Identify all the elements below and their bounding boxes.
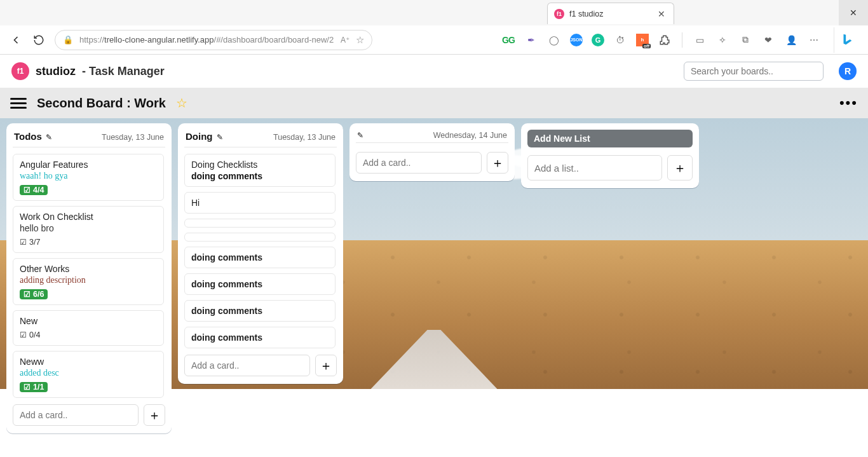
extension-grammarly-icon[interactable]: G — [592, 34, 604, 46]
card[interactable]: Neww added desc ☑1/1 — [13, 351, 164, 398]
add-card-button[interactable]: ＋ — [315, 355, 337, 376]
card[interactable]: doing comments — [184, 247, 336, 268]
add-list-input[interactable] — [527, 155, 662, 181]
card[interactable]: Work On Checklist hello bro ☑3/7 — [13, 206, 164, 253]
list-untitled: ✎ Wednesday, 14 June ＋ — [349, 123, 515, 181]
extensions-menu-icon[interactable] — [658, 33, 672, 47]
search-input[interactable] — [684, 62, 824, 81]
add-card-button[interactable]: ＋ — [487, 152, 508, 174]
favorite-star-icon[interactable]: ☆ — [356, 34, 364, 46]
extension-geeksforgeeks-icon[interactable]: GG — [501, 33, 515, 47]
url-text: https://trello-clone-angular.netlify.app… — [79, 35, 334, 44]
list-title: Doing — [186, 131, 213, 142]
back-button[interactable] — [9, 33, 23, 47]
checklist-badge: ☑4/4 — [20, 185, 48, 195]
list-date: Wednesday, 14 June — [433, 131, 507, 140]
list-todos: Todos ✎ Tuesday, 13 June Angular Feature… — [6, 123, 172, 433]
extension-timer-icon[interactable]: ⏱ — [613, 33, 627, 47]
card-description: hello bro — [20, 223, 157, 233]
card-title: Angular Features — [20, 160, 157, 170]
card-description: adding description — [20, 275, 157, 285]
card-title: Work On Checklist — [20, 212, 157, 222]
add-card-input[interactable] — [356, 152, 482, 174]
board-title: Second Board : Work — [37, 96, 166, 111]
checklist-badge: ☑1/1 — [20, 382, 48, 392]
app-logo: f1 — [11, 62, 29, 80]
edit-list-icon[interactable]: ✎ — [46, 133, 52, 142]
card-placeholder[interactable] — [184, 233, 336, 242]
edit-list-icon[interactable]: ✎ — [357, 131, 363, 140]
list-doing: Doing ✎ Tuesday, 13 June Doing Checklist… — [178, 123, 343, 384]
card-title: doing comments — [191, 279, 262, 289]
board-canvas: Todos ✎ Tuesday, 13 June Angular Feature… — [0, 118, 868, 457]
extension-json-icon[interactable]: JSON — [570, 34, 583, 46]
add-card-button[interactable]: ＋ — [144, 404, 165, 426]
card[interactable]: Angular Features waah! ho gya ☑4/4 — [13, 154, 164, 201]
card[interactable]: doing comments — [184, 300, 336, 322]
card-description: added desc — [20, 368, 157, 378]
list-title: Todos — [14, 131, 42, 142]
star-icon[interactable]: ☆ — [176, 95, 187, 111]
add-new-list-label: Add New List — [527, 130, 693, 147]
card[interactable]: Hi — [184, 192, 336, 214]
card-description: doing comments — [191, 171, 329, 181]
add-list-panel: Add New List ＋ — [521, 123, 699, 188]
add-card-input[interactable] — [13, 404, 139, 426]
card[interactable]: Doing Checklists doing comments — [184, 154, 336, 187]
card-title: Doing Checklists — [191, 160, 329, 170]
edit-list-icon[interactable]: ✎ — [217, 133, 223, 142]
checklist-badge: ☑6/6 — [20, 289, 48, 299]
extension-honey-icon[interactable]: h — [636, 34, 649, 46]
card-title: doing comments — [191, 306, 262, 316]
card-placeholder[interactable] — [184, 219, 336, 228]
reload-button[interactable] — [32, 33, 46, 47]
more-icon[interactable]: ⋯ — [807, 33, 821, 47]
hamburger-icon[interactable] — [10, 95, 27, 111]
app-header: f1 studioz - Task Manager R — [0, 55, 868, 88]
collections-icon[interactable]: ▭ — [693, 33, 707, 47]
close-tab-icon[interactable]: ✕ — [656, 8, 667, 20]
brand-subtitle: - Task Manager — [82, 65, 165, 78]
card-title: Hi — [191, 198, 200, 208]
card-title: Neww — [20, 357, 157, 367]
card[interactable]: doing comments — [184, 327, 336, 348]
tab-favicon: f1 — [554, 9, 564, 19]
card-title: New — [20, 316, 157, 326]
shopping-icon[interactable]: ⧉ — [738, 33, 752, 47]
browser-tabstrip: f1 f1 studioz ✕ ✕ — [0, 0, 868, 25]
checklist-badge: ☑0/4 — [20, 330, 44, 340]
performance-icon[interactable]: ❤ — [761, 33, 775, 47]
favorites-icon[interactable]: ✧ — [715, 33, 729, 47]
board-header: Second Board : Work ☆ ••• — [0, 88, 868, 118]
extension-circle-icon[interactable]: ◯ — [547, 33, 561, 47]
profile-icon[interactable]: 👤 — [784, 33, 798, 47]
add-card-input[interactable] — [184, 355, 310, 376]
extension-quill-icon[interactable]: ✒ — [524, 33, 538, 47]
browser-toolbar: 🔒 https://trello-clone-angular.netlify.a… — [0, 25, 868, 55]
add-list-button[interactable]: ＋ — [667, 155, 693, 181]
tab-title: f1 studioz — [569, 10, 604, 18]
list-date: Tuesday, 13 June — [273, 133, 336, 142]
list-date: Tuesday, 13 June — [102, 133, 164, 142]
card[interactable]: Other Works adding description ☑6/6 — [13, 258, 164, 305]
reader-mode-icon[interactable]: A⁺ — [341, 36, 349, 44]
window-close-button[interactable]: ✕ — [839, 0, 868, 25]
card-title: doing comments — [191, 332, 262, 343]
board-menu-icon[interactable]: ••• — [839, 95, 858, 111]
bing-sidebar-button[interactable] — [834, 27, 859, 53]
address-bar[interactable]: 🔒 https://trello-clone-angular.netlify.a… — [55, 30, 372, 50]
brand-name: studioz — [36, 65, 76, 78]
card-title: Other Works — [20, 264, 157, 274]
browser-tab[interactable]: f1 f1 studioz ✕ — [547, 3, 674, 24]
card[interactable]: New ☑0/4 — [13, 310, 164, 346]
avatar[interactable]: R — [839, 62, 857, 80]
card-description: waah! ho gya — [20, 171, 157, 181]
card[interactable]: doing comments — [184, 273, 336, 295]
lock-icon: 🔒 — [63, 35, 73, 44]
card-title: doing comments — [191, 252, 262, 263]
checklist-badge: ☑3/7 — [20, 237, 44, 247]
